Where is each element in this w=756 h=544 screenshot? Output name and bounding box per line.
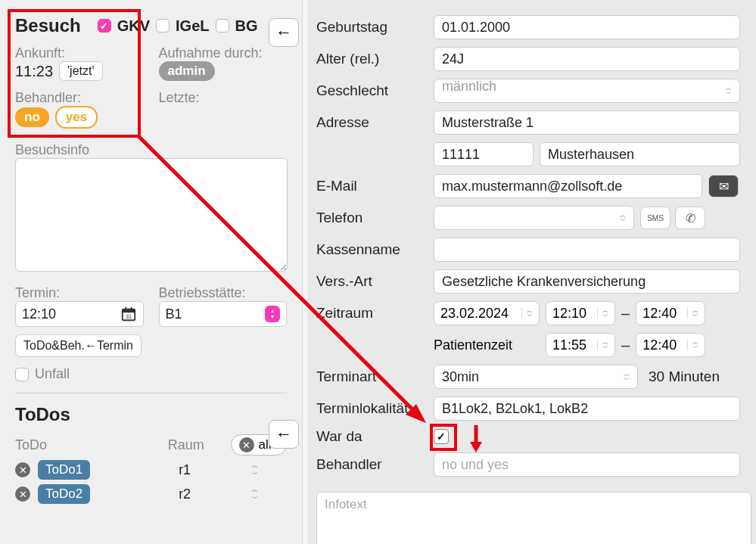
collapse-top-button[interactable]: ← xyxy=(269,18,299,47)
warda-label: War da xyxy=(316,428,434,445)
zeitraum-date-input[interactable]: 23.02.2024 xyxy=(434,301,540,325)
letzte-label: Letzte: xyxy=(159,90,288,106)
birthday-label: Geburtstag xyxy=(316,19,434,36)
kasse-label: Kassenname xyxy=(316,241,434,258)
betrieb-value: B1 xyxy=(166,306,182,322)
patientenzeit-to-value: 12:40 xyxy=(642,337,677,353)
betrieb-stepper-icon[interactable] xyxy=(265,306,280,322)
annotation-arrow-down-icon xyxy=(465,424,487,454)
adresse-label: Adresse xyxy=(316,114,434,131)
todo2-tag[interactable]: ToDo2 xyxy=(38,484,90,504)
raum1-stepper[interactable] xyxy=(249,462,261,478)
checkbox-igel[interactable] xyxy=(156,19,170,33)
raum2-stepper[interactable] xyxy=(249,486,261,502)
stepper-icon xyxy=(597,340,608,350)
terminart-label: Terminart xyxy=(316,368,434,385)
besuchsinfo-textarea[interactable] xyxy=(15,158,288,272)
adresse-ort-input[interactable] xyxy=(540,142,740,166)
zeitraum-date-value: 23.02.2024 xyxy=(440,306,509,322)
raum1-cell: r1 xyxy=(151,462,219,478)
birthday-input[interactable] xyxy=(434,15,740,39)
dash: – xyxy=(621,337,630,354)
adresse-street-input[interactable] xyxy=(434,110,740,135)
chevron-updown-icon xyxy=(620,213,626,223)
stepper-icon xyxy=(687,308,698,319)
chevron-updown-icon xyxy=(726,85,732,96)
checkbox-gkv-label: GKV xyxy=(117,17,150,35)
divider xyxy=(15,393,287,393)
delete-todo1-icon[interactable]: ✕ xyxy=(15,462,30,477)
geschlecht-value: männlich xyxy=(442,79,496,103)
behandler-no-badge[interactable]: no xyxy=(15,107,49,127)
infotext-textarea[interactable]: Infotext xyxy=(316,492,751,544)
terminlok-label: Terminlokalität xyxy=(316,400,434,417)
checkbox-bg-label: BG xyxy=(235,17,258,35)
patientenzeit-to-input[interactable]: 12:40 xyxy=(636,333,705,357)
terminart-duration: 30 Minuten xyxy=(649,368,720,385)
aufnahme-label: Aufnahme durch: xyxy=(159,45,288,61)
zeitraum-from-input[interactable]: 12:10 xyxy=(546,301,615,325)
chevron-updown-icon xyxy=(624,371,630,382)
adresse-plz-input[interactable] xyxy=(434,142,534,166)
checkbox-igel-label: IGeL xyxy=(176,17,209,35)
stepper-icon xyxy=(521,308,533,319)
mail-icon-button[interactable]: ✉ xyxy=(708,175,739,197)
kasse-input[interactable] xyxy=(434,238,740,262)
sms-icon-button[interactable]: SMS xyxy=(640,207,670,229)
versart-input[interactable] xyxy=(434,269,740,294)
stepper-icon xyxy=(687,340,698,350)
close-icon: ✕ xyxy=(239,437,254,452)
geschlecht-label: Geschlecht xyxy=(316,82,434,99)
patientenzeit-from-value: 11:55 xyxy=(552,337,586,353)
behandler-yes-badge[interactable]: yes xyxy=(55,106,98,129)
arrival-time: 11:23 xyxy=(15,63,53,80)
behandler-right-label: Behandler xyxy=(316,456,434,473)
termin-time-input[interactable]: 12:10 31 xyxy=(15,301,144,327)
patientenzeit-label: Patientenzeit xyxy=(434,337,540,353)
phone-icon-button[interactable]: ✆ xyxy=(675,207,705,229)
behandler-right-input[interactable] xyxy=(434,452,740,477)
warda-checkbox[interactable] xyxy=(434,429,449,444)
checkbox-unfall[interactable] xyxy=(15,368,29,381)
termin-time-value: 12:10 xyxy=(22,306,56,322)
svg-rect-2 xyxy=(125,307,126,311)
todo-row: ✕ ToDo2 r2 xyxy=(15,484,287,504)
aufnahme-admin-badge: admin xyxy=(159,61,215,81)
email-input[interactable] xyxy=(434,174,702,198)
zeitraum-to-value: 12:40 xyxy=(642,306,677,322)
email-label: E-Mail xyxy=(316,178,434,194)
todo-beh-termin-button[interactable]: ToDo&Beh.←Termin xyxy=(15,334,142,357)
zeitraum-from-value: 12:10 xyxy=(552,306,586,322)
besuch-title: Besuch xyxy=(15,15,81,36)
geschlecht-select[interactable]: männlich xyxy=(434,79,740,103)
patientenzeit-from-input[interactable]: 11:55 xyxy=(546,333,615,357)
versart-label: Vers.-Art xyxy=(316,273,434,290)
zeitraum-to-input[interactable]: 12:40 xyxy=(636,301,705,325)
calendar-icon[interactable]: 31 xyxy=(120,306,137,322)
checkbox-gkv[interactable] xyxy=(98,19,111,33)
alter-label: Alter (rel.) xyxy=(316,51,434,67)
telefon-select[interactable] xyxy=(434,206,634,230)
terminart-value: 30min xyxy=(442,369,479,385)
dash: – xyxy=(621,305,630,322)
termin-label: Termin: xyxy=(15,285,144,301)
betrieb-select[interactable]: B1 xyxy=(159,301,288,327)
collapse-mid-button[interactable]: ← xyxy=(269,420,299,449)
terminart-select[interactable]: 30min xyxy=(434,365,638,389)
todo1-tag[interactable]: ToDo1 xyxy=(38,460,90,480)
raum-column-label: Raum xyxy=(157,437,216,453)
behandler-label: Behandler: xyxy=(15,90,144,106)
arrival-label: Ankunft: xyxy=(15,45,144,61)
checkbox-bg[interactable] xyxy=(216,19,229,33)
delete-todo2-icon[interactable]: ✕ xyxy=(15,486,30,502)
terminlok-input[interactable] xyxy=(434,396,740,421)
zeitraum-label: Zeitraum xyxy=(316,305,434,322)
now-button[interactable]: 'jetzt' xyxy=(59,61,102,81)
svg-marker-6 xyxy=(470,442,482,452)
unfall-label: Unfall xyxy=(35,366,70,382)
betrieb-label: Betriebsstätte: xyxy=(159,285,288,301)
alter-input[interactable] xyxy=(434,47,740,71)
stepper-icon xyxy=(597,308,608,319)
todo-row: ✕ ToDo1 r1 xyxy=(15,460,287,480)
svg-rect-3 xyxy=(130,307,132,311)
